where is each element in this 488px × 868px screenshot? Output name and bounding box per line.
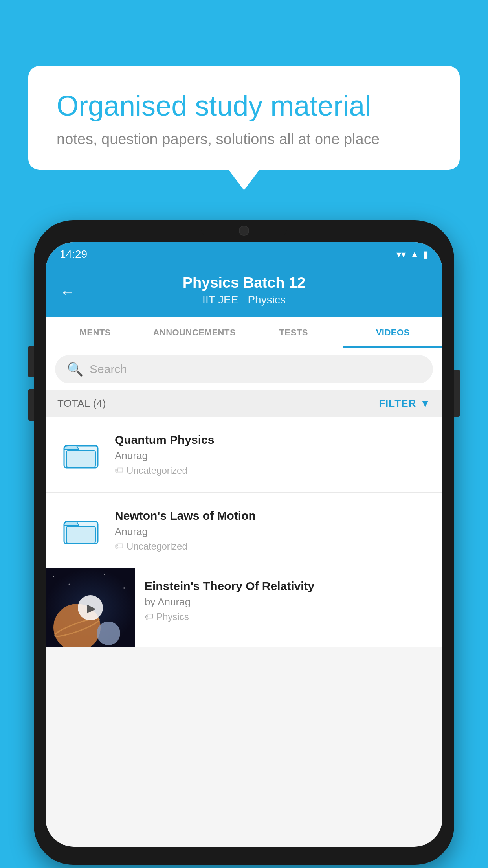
tag-icon: 🏷 [115, 541, 123, 552]
video-tag: 🏷 Uncategorized [115, 541, 431, 552]
video-title: Quantum Physics [115, 433, 431, 447]
search-container: 🔍 Search [46, 348, 442, 390]
video-tag: 🏷 Uncategorized [115, 465, 431, 476]
speech-bubble: Organised study material notes, question… [28, 66, 460, 170]
video-author: Anurag [115, 526, 431, 538]
svg-rect-3 [66, 526, 95, 543]
folder-icon [63, 437, 99, 472]
tag-icon: 🏷 [115, 465, 123, 476]
video-list: Quantum Physics Anurag 🏷 Uncategorized [46, 417, 442, 647]
video-tag: 🏷 Physics [145, 611, 433, 622]
tab-ments[interactable]: MENTS [46, 317, 145, 348]
folder-thumbnail [57, 507, 105, 554]
search-bar[interactable]: 🔍 Search [55, 355, 433, 383]
svg-point-6 [69, 584, 70, 585]
phone-frame: 14:29 ▾▾ ▲ ▮ ← Physics Batch 12 IIT JEE … [34, 220, 454, 865]
video-info: Newton's Laws of Motion Anurag 🏷 Uncateg… [115, 509, 431, 552]
play-button[interactable]: ▶ [78, 595, 103, 620]
header-title: Physics Batch 12 [61, 274, 427, 291]
video-author: by Anurag [145, 596, 433, 608]
phone-screen: 14:29 ▾▾ ▲ ▮ ← Physics Batch 12 IIT JEE … [46, 242, 442, 847]
video-info: Quantum Physics Anurag 🏷 Uncategorized [115, 433, 431, 476]
wifi-icon: ▾▾ [396, 249, 406, 260]
filter-bar: TOTAL (4) FILTER ▼ [46, 390, 442, 417]
svg-rect-1 [66, 451, 95, 467]
app-header: ← Physics Batch 12 IIT JEE Physics [46, 267, 442, 317]
header-tag-iitjee: IIT JEE [202, 294, 238, 306]
video-title: Einstein's Theory Of Relativity [145, 579, 433, 593]
list-item[interactable]: Quantum Physics Anurag 🏷 Uncategorized [46, 417, 442, 493]
filter-icon: ▼ [420, 397, 431, 410]
signal-icon: ▲ [410, 249, 419, 260]
folder-icon [63, 513, 99, 548]
power-button[interactable] [454, 370, 460, 417]
status-bar: 14:29 ▾▾ ▲ ▮ [46, 242, 442, 267]
tab-tests[interactable]: TESTS [244, 317, 343, 348]
back-button[interactable]: ← [60, 283, 75, 301]
header-tag-physics: Physics [248, 294, 285, 306]
video-title: Newton's Laws of Motion [115, 509, 431, 522]
front-camera [239, 226, 249, 236]
phone-notch [201, 220, 287, 241]
list-item[interactable]: ▶ Einstein's Theory Of Relativity by Anu… [46, 568, 442, 647]
svg-point-11 [97, 622, 120, 645]
filter-label: FILTER [379, 397, 416, 410]
video-author: Anurag [115, 450, 431, 462]
search-input[interactable]: Search [90, 362, 127, 376]
video-thumbnail-image: ▶ [46, 568, 135, 647]
svg-point-5 [53, 576, 54, 577]
tab-bar: MENTS ANNOUNCEMENTS TESTS VIDEOS [46, 317, 442, 348]
status-icons: ▾▾ ▲ ▮ [396, 249, 428, 260]
tag-icon: 🏷 [145, 612, 153, 622]
svg-point-8 [123, 587, 125, 589]
bubble-title: Organised study material [57, 90, 431, 122]
svg-point-7 [104, 574, 105, 575]
play-icon: ▶ [87, 601, 96, 615]
video-info: Einstein's Theory Of Relativity by Anura… [135, 568, 442, 633]
tab-announcements[interactable]: ANNOUNCEMENTS [145, 317, 244, 348]
tab-videos[interactable]: VIDEOS [343, 317, 443, 348]
search-icon: 🔍 [67, 361, 83, 377]
battery-icon: ▮ [423, 249, 428, 260]
header-tags: IIT JEE Physics [61, 294, 427, 306]
volume-down-button[interactable] [28, 389, 34, 421]
filter-button[interactable]: FILTER ▼ [379, 397, 431, 410]
volume-up-button[interactable] [28, 346, 34, 377]
folder-thumbnail [57, 431, 105, 478]
bubble-subtitle: notes, question papers, solutions all at… [57, 131, 431, 148]
total-count: TOTAL (4) [57, 397, 106, 410]
list-item[interactable]: Newton's Laws of Motion Anurag 🏷 Uncateg… [46, 493, 442, 568]
status-time: 14:29 [60, 248, 87, 261]
